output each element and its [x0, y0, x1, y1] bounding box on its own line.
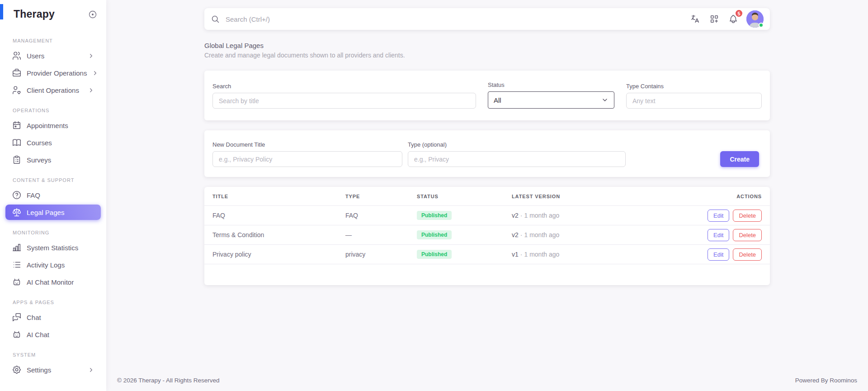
sidebar-collapse-toggle[interactable] [88, 10, 97, 19]
delete-button[interactable]: Delete [733, 210, 762, 222]
filter-status-label: Status [488, 81, 614, 88]
footer: © 2026 Therapy - All Rights Reserved Pow… [117, 377, 857, 391]
new-title-label: New Document Title [212, 141, 402, 148]
sidebar-item-ai-chat[interactable]: AI Chat [5, 327, 101, 342]
cell-title: Privacy policy [212, 251, 345, 258]
sidebar-item-label: Appointments [27, 122, 94, 129]
create-document-card: New Document Title Type (optional) Creat… [204, 130, 770, 177]
user-menu-button[interactable] [746, 10, 764, 28]
cell-latest-version: v1·1 month ago [512, 251, 708, 258]
list-icon [12, 260, 22, 270]
table-header-row: Title Type Status Latest Version Actions [204, 187, 770, 206]
status-select[interactable]: All [488, 91, 614, 109]
column-header-latest-version: Latest Version [512, 194, 736, 199]
user-heart-icon [12, 85, 22, 95]
online-status-dot [759, 23, 764, 28]
column-header-type: Type [345, 194, 417, 199]
sidebar-item-faq[interactable]: FAQ [5, 187, 101, 203]
users-icon [12, 51, 22, 61]
chat-icon [12, 312, 22, 322]
legal-pages-table: Title Type Status Latest Version Actions… [204, 187, 770, 285]
sidebar-item-label: Chat [27, 314, 94, 321]
shortcuts-button[interactable] [708, 13, 720, 25]
sidebar-item-label: AI Chat Monitor [27, 278, 94, 286]
new-title-input[interactable] [212, 151, 402, 167]
chevron-right-icon [88, 367, 94, 373]
nav-section-label: Monitoring [5, 230, 101, 235]
briefcase-icon [12, 68, 22, 78]
page-head: Global Legal Pages Create and manage leg… [204, 42, 770, 59]
sidebar-item-label: Users [27, 52, 83, 60]
status-badge: Published [417, 250, 452, 259]
sidebar-item-chat[interactable]: Chat [5, 310, 101, 325]
page-subtitle: Create and manage legal documents shown … [204, 52, 770, 59]
main-area: 5 Global Legal Pages Create and manage l… [106, 0, 868, 391]
sidebar-nav: Management Users Provider Operations Cli… [0, 23, 106, 391]
nav-section-label: Operations [5, 108, 101, 113]
cell-title: FAQ [212, 212, 345, 219]
robot-icon [12, 329, 22, 339]
edit-button[interactable]: Edit [708, 248, 729, 261]
sidebar-item-label: Client Operations [27, 86, 83, 94]
sidebar-item-label: System Statistics [27, 244, 94, 252]
filter-search-label: Search [212, 83, 476, 90]
sidebar-item-label: Surveys [27, 156, 94, 164]
sidebar-header: Therapy [0, 0, 106, 23]
sidebar-item-legal-pages[interactable]: Legal Pages [5, 205, 101, 220]
sidebar-item-surveys[interactable]: Surveys [5, 152, 101, 167]
filters-card: Search Status All Type Contains [204, 71, 770, 120]
cell-title: Terms & Condition [212, 231, 345, 238]
book-icon [12, 138, 22, 148]
edit-button[interactable]: Edit [708, 229, 729, 241]
grid-plus-icon [709, 14, 719, 24]
chevron-down-icon [601, 96, 609, 104]
sidebar-item-users[interactable]: Users [5, 48, 101, 63]
nav-section-label: Content & Support [5, 177, 101, 183]
sidebar-item-settings[interactable]: Settings [5, 362, 101, 377]
chevron-right-icon [88, 52, 94, 59]
status-badge: Published [417, 211, 452, 220]
sidebar-item-label: Legal Pages [27, 209, 94, 216]
status-select-value: All [494, 96, 501, 104]
new-type-label: Type (optional) [408, 141, 626, 148]
sidebar-item-system-statistics[interactable]: System Statistics [5, 240, 101, 255]
sidebar-item-label: Activity Logs [27, 261, 94, 269]
nav-section-label: Apps & Pages [5, 300, 101, 305]
sidebar-item-label: Provider Operations [27, 69, 87, 77]
help-circle-icon [12, 190, 22, 200]
sidebar-item-activity-logs[interactable]: Activity Logs [5, 257, 101, 272]
nav-section-label: System [5, 352, 101, 358]
global-search[interactable] [211, 14, 689, 24]
language-icon [690, 14, 700, 24]
create-button[interactable]: Create [720, 151, 759, 167]
sidebar-item-courses[interactable]: Courses [5, 135, 101, 150]
sidebar-item-provider-operations[interactable]: Provider Operations [5, 65, 101, 81]
notification-badge: 5 [735, 9, 743, 18]
notifications-button[interactable]: 5 [727, 13, 739, 25]
sidebar-item-client-operations[interactable]: Client Operations [5, 82, 101, 98]
sidebar-item-appointments[interactable]: Appointments [5, 118, 101, 133]
language-button[interactable] [689, 13, 701, 25]
cell-latest-version: v2·1 month ago [512, 212, 708, 219]
cell-type: FAQ [345, 212, 417, 219]
edit-button[interactable]: Edit [708, 210, 729, 222]
table-row: Terms & Condition — Published v2·1 month… [204, 225, 770, 245]
delete-button[interactable]: Delete [733, 248, 762, 261]
calendar-icon [12, 120, 22, 130]
sidebar: Therapy Management Users Provider Operat… [0, 0, 106, 391]
column-header-actions: Actions [736, 194, 762, 199]
cell-type: privacy [345, 251, 417, 258]
brand-accent-bar [0, 4, 3, 19]
new-type-input[interactable] [408, 151, 626, 167]
filter-search-input[interactable] [212, 93, 476, 109]
search-icon [211, 14, 220, 24]
filter-type-label: Type Contains [626, 83, 762, 90]
sidebar-item-ai-chat-monitor[interactable]: AI Chat Monitor [5, 274, 101, 290]
sidebar-item-label: FAQ [27, 191, 94, 199]
delete-button[interactable]: Delete [733, 229, 762, 241]
search-input[interactable] [226, 15, 689, 23]
topbar-actions: 5 [689, 10, 764, 28]
column-header-title: Title [212, 194, 345, 199]
filter-type-input[interactable] [626, 93, 762, 109]
sidebar-item-label: Settings [27, 366, 83, 374]
